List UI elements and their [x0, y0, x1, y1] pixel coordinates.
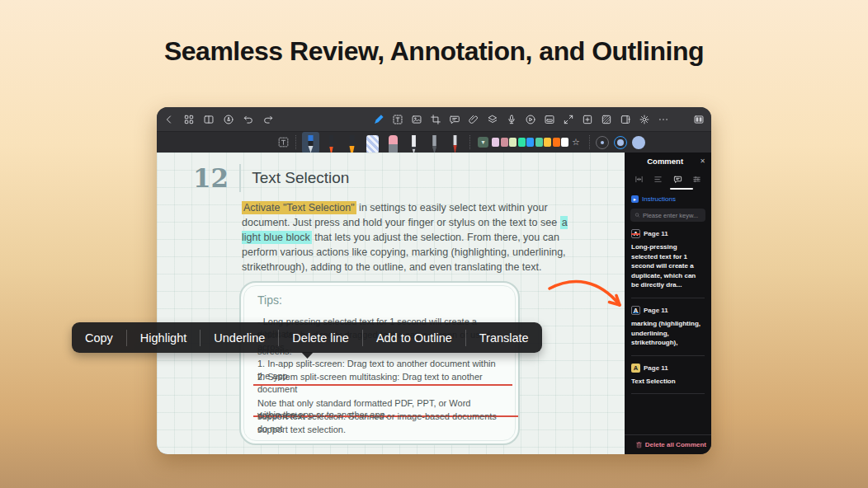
ballpoint-pen-icon — [452, 135, 459, 153]
comment-panel-title: Comment — [630, 157, 700, 166]
tips-box: Tips: - Long-pressing selected text for … — [239, 281, 520, 445]
screen-popup-tool-icon[interactable] — [544, 114, 555, 125]
instructions-label: Instructions — [642, 195, 676, 203]
comment-entry[interactable]: A Page 11 Text Selection — [631, 364, 705, 395]
chapter-heading: 12 Text Selection — [193, 164, 349, 192]
back-icon[interactable] — [163, 114, 175, 125]
chapter-title: Text Selection — [252, 169, 349, 187]
highlight-button[interactable]: Highlight — [127, 331, 200, 345]
gel-pen-tool[interactable] — [426, 132, 443, 153]
striped-highlighter-icon — [366, 135, 379, 153]
divider — [631, 355, 705, 356]
two-page-view-icon[interactable] — [203, 114, 215, 125]
comment-text: Text Selection — [631, 377, 705, 387]
microphone-tool-icon[interactable] — [506, 114, 517, 125]
toolbar-main — [157, 107, 711, 131]
mask-tool-icon[interactable] — [601, 114, 612, 125]
page-background: Seamless Review, Annotation, and Outlini… — [0, 0, 868, 488]
gel-pen-icon — [432, 135, 438, 153]
divider — [469, 135, 470, 149]
copy-button[interactable]: Copy — [72, 331, 126, 345]
marker-pen-tool[interactable] — [323, 132, 340, 153]
laser-pointer-icon[interactable] — [223, 114, 234, 125]
ballpoint-pen-tool[interactable] — [446, 132, 464, 153]
tab-outline-list-icon[interactable] — [653, 172, 663, 187]
fountain-pen-tool[interactable] — [302, 132, 319, 153]
layers-tool-icon[interactable] — [487, 114, 498, 125]
add-page-tool-icon[interactable] — [582, 114, 593, 125]
delete-line-button[interactable]: Delete line — [279, 331, 362, 345]
tab-page-width-icon[interactable] — [634, 172, 644, 187]
image-tool-icon[interactable] — [411, 114, 422, 125]
text-box-tool-icon[interactable] — [392, 114, 403, 125]
color-swatch[interactable] — [553, 138, 560, 147]
stroke-size-group — [596, 136, 645, 149]
comment-tool-icon[interactable] — [449, 114, 460, 125]
comment-text: Long-pressing selected text for 1 second… — [631, 242, 705, 290]
add-to-outline-button[interactable]: Add to Outline — [363, 331, 465, 345]
color-swatch[interactable] — [535, 138, 543, 147]
fullscreen-tool-icon[interactable] — [563, 114, 574, 125]
color-swatch[interactable] — [518, 138, 526, 147]
yellow-highlighted-text: Activate "Text Selection" — [242, 201, 356, 214]
comment-page-label: Page 11 — [644, 364, 668, 372]
color-swatch[interactable] — [544, 138, 551, 147]
pen-tray — [302, 132, 464, 153]
color-dropdown-chevron-icon[interactable]: ▾ — [478, 137, 488, 148]
close-icon[interactable]: ✕ — [700, 157, 705, 165]
more-ellipsis-icon[interactable] — [658, 114, 669, 125]
pen-tool-icon[interactable] — [373, 114, 384, 125]
instructions-icon: ▸ — [631, 195, 639, 203]
mechanical-pencil-tool[interactable] — [405, 132, 422, 153]
tips-heading: Tips: — [257, 293, 282, 307]
crop-tool-icon[interactable] — [430, 114, 441, 125]
comment-entry[interactable]: A Page 11 Long-pressing selected text fo… — [631, 229, 705, 298]
settings-gear-icon[interactable] — [639, 114, 650, 125]
divider — [589, 135, 590, 149]
marker-pen-icon — [328, 135, 335, 153]
attachment-tool-icon[interactable] — [468, 114, 479, 125]
favorite-star-icon[interactable]: ☆ — [572, 138, 580, 147]
stroke-size-medium[interactable] — [614, 136, 627, 149]
reader-view-icon[interactable] — [693, 114, 705, 125]
color-swatch[interactable] — [501, 138, 508, 147]
delete-all-comments-button[interactable]: Delete all Comment — [625, 434, 711, 454]
struck-through-text: 2. System split-screen multitasking: Dra… — [257, 371, 509, 396]
color-swatch[interactable] — [509, 138, 517, 147]
tips-note: support text selection. — [257, 424, 509, 436]
color-swatch[interactable] — [526, 138, 534, 147]
fountain-pen-icon — [308, 135, 314, 153]
comment-page-label: Page 11 — [644, 230, 668, 237]
search-input[interactable] — [643, 212, 701, 219]
comment-entry[interactable]: A Page 11 marking (highlighting, underli… — [631, 306, 705, 356]
chapter-number: 12 — [193, 166, 229, 191]
translate-button[interactable]: Translate — [466, 331, 542, 345]
instructions-link[interactable]: ▸ Instructions — [625, 190, 711, 204]
comment-panel: Comment ✕ ▸ Instructions — [625, 152, 711, 454]
color-palette — [492, 138, 568, 147]
text-tool-indicator-icon[interactable] — [277, 136, 290, 148]
eraser-tool[interactable] — [384, 132, 402, 153]
underline-button[interactable]: Underline — [200, 331, 278, 345]
divider — [295, 135, 296, 149]
color-swatch[interactable] — [561, 138, 568, 147]
search-bar[interactable] — [630, 209, 705, 222]
highlight-annotation-icon: A — [631, 364, 640, 373]
stroke-size-small[interactable] — [596, 136, 609, 149]
color-swatch[interactable] — [492, 138, 499, 147]
side-panel-tool-icon[interactable] — [620, 114, 631, 125]
grid-view-icon[interactable] — [183, 114, 195, 125]
redo-icon[interactable] — [262, 114, 274, 125]
stroke-size-large[interactable] — [632, 136, 645, 149]
tab-filter-sliders-icon[interactable] — [692, 172, 701, 187]
record-tool-icon[interactable] — [525, 114, 536, 125]
comment-panel-tabs — [625, 170, 711, 190]
highlighter-pen-tool[interactable] — [343, 132, 361, 153]
tab-comments-icon[interactable] — [673, 172, 682, 187]
comment-list: A Page 11 Long-pressing selected text fo… — [625, 229, 711, 394]
striped-highlighter-tool[interactable] — [364, 132, 381, 153]
divider — [239, 164, 241, 192]
undo-icon[interactable] — [243, 114, 254, 125]
trash-icon — [635, 441, 643, 448]
eraser-icon — [389, 135, 398, 153]
